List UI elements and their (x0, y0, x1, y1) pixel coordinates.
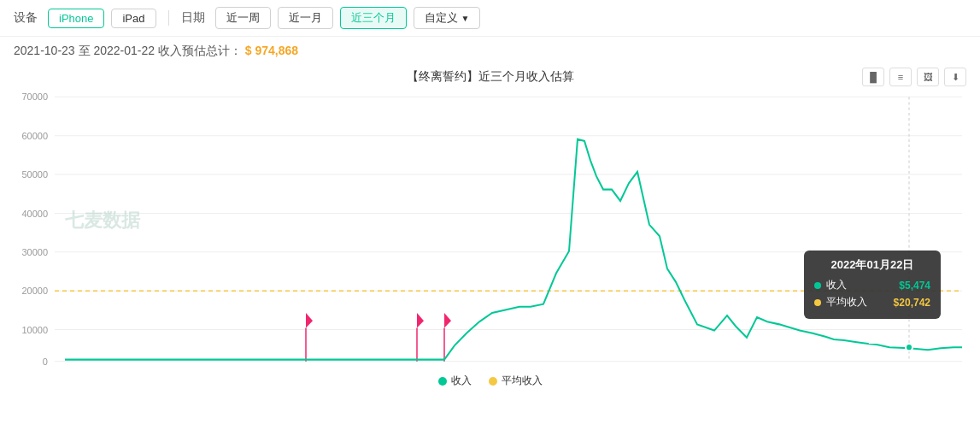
legend-avg-dot (489, 377, 497, 386)
svg-text:70000: 70000 (21, 91, 48, 102)
date-label: 日期 (181, 10, 205, 26)
chart-container: 【终离誓约】近三个月收入估算 ▐▌ ≡ 🖼 ⬇ 七麦数据 70000 60000… (0, 66, 980, 399)
chart-area: 七麦数据 70000 60000 50000 40000 30000 20000… (14, 88, 966, 370)
tooltip-date: 2022年01月22日 (814, 257, 930, 273)
week-button[interactable]: 近一周 (215, 7, 271, 29)
tooltip-revenue-row: 收入 $5,474 (814, 278, 930, 292)
month-button[interactable]: 近一月 (278, 7, 333, 29)
image-icon: 🖼 (924, 72, 933, 82)
tooltip-avg-row: 平均收入 $20,742 (814, 295, 930, 309)
svg-marker-33 (417, 313, 424, 328)
ipad-button[interactable]: iPad (111, 9, 156, 28)
device-label: 设备 (14, 10, 38, 26)
legend-revenue-dot (438, 377, 447, 386)
summary-text: 2021-10-23 至 2022-01-22 收入预估总计： (14, 44, 242, 57)
iphone-button[interactable]: iPhone (48, 9, 104, 28)
list-icon: ≡ (898, 72, 903, 82)
bar-chart-icon-btn[interactable]: ▐▌ (862, 68, 884, 86)
svg-marker-35 (444, 313, 451, 328)
tooltip-revenue-label: 收入 (826, 278, 894, 292)
legend-revenue-label: 收入 (451, 374, 472, 388)
svg-text:30000: 30000 (21, 247, 48, 257)
download-icon-btn[interactable]: ⬇ (944, 68, 966, 86)
chart-icons: ▐▌ ≡ 🖼 ⬇ (862, 68, 966, 86)
svg-text:60000: 60000 (21, 131, 48, 141)
bar-chart-icon: ▐▌ (866, 72, 880, 82)
chart-svg: 70000 60000 50000 40000 30000 20000 1000… (14, 88, 966, 370)
custom-button[interactable]: 自定义 ▼ (414, 7, 481, 29)
svg-marker-31 (306, 313, 313, 328)
legend-avg-label: 平均收入 (502, 374, 543, 388)
svg-text:20000: 20000 (21, 286, 48, 296)
custom-label: 自定义 (425, 10, 458, 26)
three-month-button[interactable]: 近三个月 (340, 7, 407, 29)
svg-text:40000: 40000 (21, 208, 48, 218)
legend-revenue: 收入 (438, 374, 472, 388)
tooltip-avg-value: $20,742 (894, 297, 930, 309)
chart-title-row: 【终离誓约】近三个月收入估算 ▐▌ ≡ 🖼 ⬇ (14, 66, 966, 85)
tooltip-revenue-value: $5,474 (899, 280, 930, 292)
download-icon: ⬇ (952, 72, 959, 83)
separator (168, 10, 169, 26)
tooltip-avg-dot (814, 299, 821, 306)
summary-row: 2021-10-23 至 2022-01-22 收入预估总计： $ 974,86… (0, 37, 980, 66)
chevron-down-icon: ▼ (461, 14, 470, 23)
image-icon-btn[interactable]: 🖼 (917, 68, 939, 86)
chart-title: 【终离誓约】近三个月收入估算 (407, 69, 574, 85)
svg-text:10000: 10000 (21, 325, 48, 335)
chart-legend: 收入 平均收入 (14, 370, 966, 390)
svg-point-38 (906, 344, 913, 351)
svg-text:0: 0 (43, 357, 48, 367)
legend-avg: 平均收入 (489, 374, 543, 388)
summary-amount: $ 974,868 (245, 44, 298, 57)
tooltip-box: 2022年01月22日 收入 $5,474 平均收入 $20,742 (804, 251, 941, 319)
tooltip-avg-label: 平均收入 (826, 295, 889, 309)
list-icon-btn[interactable]: ≡ (889, 68, 912, 86)
svg-text:50000: 50000 (21, 169, 48, 180)
tooltip-revenue-dot (814, 282, 821, 289)
top-bar: 设备 iPhone iPad 日期 近一周 近一月 近三个月 自定义 ▼ (0, 0, 980, 37)
